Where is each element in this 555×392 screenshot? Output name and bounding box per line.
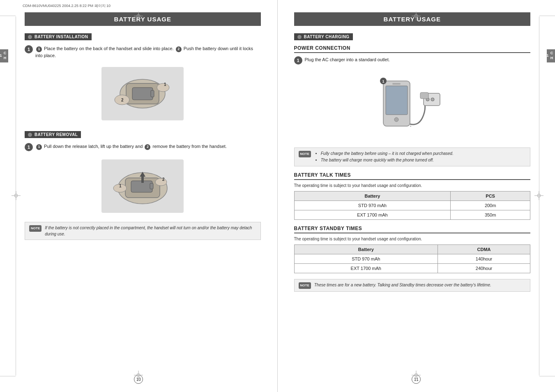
crosshair-top-left [134,12,143,21]
svg-rect-10 [151,90,154,97]
standby-row1-cdma: 140hour [438,254,530,264]
standby-times-header-row: Battery CDMA [294,245,530,254]
bottom-left-hline [0,376,16,376]
crosshair-bottom-left [134,371,143,380]
sub-num-1: 1 [36,46,42,52]
standby-times-table: Battery CDMA STD 970 mAh 140hour EXT 170… [294,244,531,273]
charging-svg: 1 [371,69,453,143]
svg-text:1: 1 [164,82,166,87]
standby-row2-cdma: 240hour [438,264,530,273]
standby-row1-battery: STD 970 mAh [294,254,438,264]
step-num-1: 1 [25,45,33,53]
removal-diagram: 1 2 [25,155,261,217]
table-row: EXT 1700 mAh 350m [294,210,530,220]
svg-rect-41 [420,92,428,99]
svg-point-12 [157,83,169,92]
charge-step-1-text: Plug the AC charger into a standard outl… [305,56,390,63]
talk-times-header-row: Battery PCS [294,191,530,201]
talk-row1-pcs: 200m [451,201,530,210]
left-note-text: If the battery is not correctly placed i… [45,225,256,237]
talk-times-subtitle: The operating time is subject to your ha… [294,183,531,188]
charge-step-num-1: 1 [294,56,302,65]
right-page: CH1 BATTERY USAGE BATTERY CHARGING [278,0,555,392]
left-note-box: NOTE If the battery is not correctly pla… [25,222,261,240]
top-right-hline [539,16,555,16]
crosshair-top-right [412,12,421,21]
charging-note-badge: NOTE [299,151,311,157]
standby-row2-battery: EXT 1700 mAh [294,264,438,273]
talk-times-title: BATTERY TALK TIMES [294,172,531,180]
charging-note-bullet-1: Fully charge the battery before using – … [321,150,454,157]
removal-step-1-text: 1 Pull down the release latch, lift up t… [35,143,227,150]
removal-sub-2: 2 [145,144,150,150]
svg-rect-36 [392,83,401,85]
install-svg: 1 2 [97,63,188,125]
print-info: CDM-8610VMU040225 2004.2.25 8:22 PM 페이지 … [23,3,111,9]
svg-rect-19 [150,183,153,189]
talk-times-section: BATTERY TALK TIMES The operating time is… [294,172,531,220]
table-row: EXT 1700 mAh 240hour [294,264,530,273]
svg-text:1: 1 [382,79,385,83]
talk-row2-battery: EXT 1700 mAh [294,210,451,220]
talk-times-col-pcs: PCS [451,191,530,201]
power-connection-title: POWER CONNECTION [294,45,531,53]
svg-point-21 [155,178,167,186]
install-step-1: 1 1 Place the battery on the back of the… [25,45,261,59]
sub-num-2: 2 [176,46,182,52]
install-diagram: 1 2 [25,63,261,125]
talk-row1-battery: STD 970 mAh [294,201,451,210]
talk-row2-pcs: 350m [451,210,530,220]
ch-tab-right: CH1 [547,49,555,62]
top-left-hline [0,16,16,16]
bottom-right-hline [539,376,555,376]
crosshair-left-mid [12,191,21,201]
svg-rect-22 [141,177,144,183]
svg-text:2: 2 [162,177,165,182]
svg-text:1: 1 [119,184,122,188]
section-dot-2 [28,133,32,137]
section-dot-charge [297,35,302,39]
charging-note-content: Fully charge the battery before using – … [314,150,454,164]
table-row: STD 970 mAh 200m [294,201,530,210]
crosshair-right-mid [534,191,543,201]
charging-diagram: 1 [294,69,531,143]
install-step-1-text: 1 Place the battery on the back of the h… [35,45,261,59]
page-container: CDM-8610VMU040225 2004.2.25 8:22 PM 페이지 … [0,0,555,392]
standby-note-badge: NOTE [299,282,311,289]
standby-note-text: These times are for a new battery. Talki… [314,282,491,288]
standby-col-battery: Battery [294,245,438,254]
removal-step-1: 1 1 Pull down the release latch, lift up… [25,143,261,151]
removal-sub-1: 1 [36,144,42,150]
left-page: CDM-8610VMU040225 2004.2.25 8:22 PM 페이지 … [0,0,278,392]
ch-tab-left: CH1 [0,49,8,62]
talk-times-col-battery: Battery [294,191,451,201]
left-note-badge: NOTE [29,225,41,232]
svg-point-40 [431,98,434,101]
crosshair-bottom-right [412,371,421,380]
battery-charging-label: BATTERY CHARGING [294,33,353,40]
svg-text:2: 2 [121,98,124,102]
charge-step-1: 1 Plug the AC charger into a standard ou… [294,56,531,65]
removal-svg: 1 2 [97,155,188,217]
standby-times-title: BATTERY STANDBY TIMES [294,226,531,233]
talk-times-table: Battery PCS STD 970 mAh 200m EXT 1700 mA… [294,191,531,220]
standby-note-box: NOTE These times are for a new battery. … [294,279,531,292]
standby-times-subtitle: The operating time is subject to your ha… [294,237,531,241]
removal-step-num-1: 1 [25,143,33,151]
standby-col-cdma: CDMA [438,245,530,254]
battery-installation-label: BATTERY INSTALLATION [25,33,92,40]
charging-note-box: NOTE Fully charge the battery before usi… [294,148,531,166]
standby-times-section: BATTERY STANDBY TIMES The operating time… [294,226,531,273]
battery-removal-label: BATTERY REMOVAL [25,131,81,138]
table-row: STD 970 mAh 140hour [294,254,530,264]
svg-point-37 [394,118,398,122]
svg-rect-35 [386,86,408,115]
section-dot-1 [28,35,32,39]
svg-rect-9 [132,88,153,100]
charging-note-bullet-2: The battery will charge more quickly wit… [321,157,454,164]
